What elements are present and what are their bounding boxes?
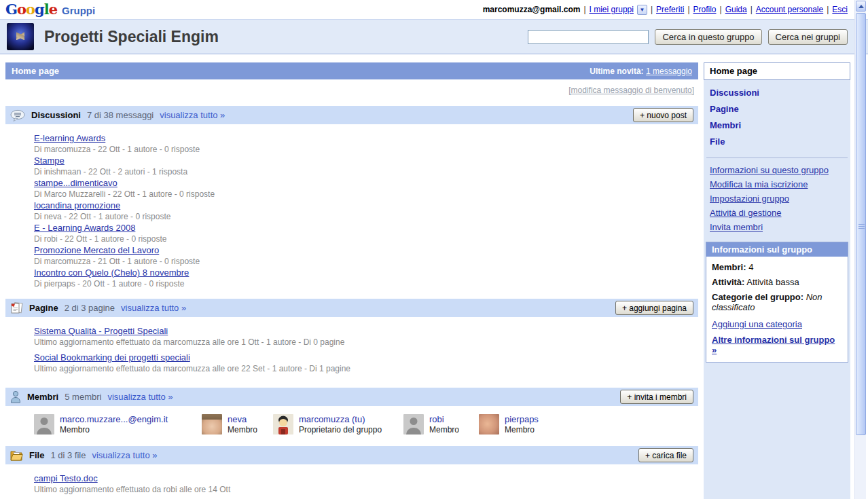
pages-count: 2 di 3 pagine	[65, 303, 115, 313]
discussion-link[interactable]: locandina promozione	[34, 200, 120, 210]
group-info-box-body: Membri: 4 Attività: Attività bassa Categ…	[706, 257, 848, 362]
add-category-link[interactable]: Aggiungi una categoria	[712, 319, 802, 329]
discussions-count: 7 di 38 messaggi	[87, 110, 153, 120]
content-area: Home page Ultime novità: 1 messaggio [mo…	[0, 62, 868, 499]
favorites-link[interactable]: Preferiti	[656, 5, 684, 14]
google-groups-logo[interactable]: Google Gruppi	[5, 2, 95, 17]
member-name-link[interactable]: pierpaps	[505, 414, 539, 425]
member-name-link[interactable]: neva	[228, 414, 257, 425]
page-meta: Ultimo aggiornamento effettuato da marco…	[34, 337, 698, 348]
profile-link[interactable]: Profilo	[693, 5, 717, 14]
more-group-info-link[interactable]: Altre informazioni sul gruppo »	[712, 335, 842, 355]
google-logo: Google	[5, 2, 57, 17]
member-card: marcomuzza (tu)Proprietario del gruppo	[273, 414, 403, 435]
member-card: robiMembro	[403, 414, 479, 435]
pages-list: Sistema Qualità - Progetti SpecialiUltim…	[5, 317, 698, 388]
sidebar-item-discussions[interactable]: Discussioni	[710, 85, 850, 101]
discussions-list: E-learning AwardsDi marcomuzza - 22 Ott …	[5, 124, 698, 299]
separator: |	[827, 5, 829, 14]
sidebar-item-home[interactable]: Home page	[704, 62, 850, 80]
user-email: marcomuzza@gmail.com	[483, 5, 581, 14]
discussion-link[interactable]: Incontro con Quelo (Chelo) 8 novembre	[34, 267, 189, 278]
file-link[interactable]: campi Testo.doc	[34, 473, 98, 483]
pages-section-bar: Pagine 2 di 3 pagine visualizza tutto » …	[5, 299, 698, 317]
news-message-link[interactable]: 1 messaggio	[646, 67, 692, 76]
discussions-section-bar: Discussioni 7 di 38 messaggi visualizza …	[5, 106, 698, 124]
pages-view-all-link[interactable]: visualizza tutto »	[121, 303, 186, 313]
list-item: campi Testo.docUltimo aggiornamento effe…	[34, 473, 698, 495]
info-category-label: Categorie del gruppo:	[712, 292, 803, 302]
members-title: Membri	[27, 392, 58, 402]
member-name-link[interactable]: marcomuzza (tu)	[299, 414, 382, 425]
group-info-link[interactable]: Informazioni su questo gruppo	[710, 163, 850, 177]
new-post-button[interactable]: + nuovo post	[633, 108, 693, 122]
group-info-box: Informazioni sul gruppo Membri: 4 Attivi…	[706, 242, 848, 363]
page-link[interactable]: Sistema Qualità - Progetti Speciali	[34, 326, 168, 336]
separator: |	[687, 5, 689, 14]
help-link[interactable]: Guida	[725, 5, 747, 14]
discussion-meta: Di pierpaps - 20 Ott - 1 autore - 0 risp…	[34, 278, 698, 289]
scrollbar-grip-icon	[858, 224, 865, 229]
sidebar-item-files[interactable]: File	[710, 134, 850, 150]
page-meta: Ultimo aggiornamento effettuato da marco…	[34, 363, 698, 374]
group-header: Progetti Speciali Engim Cerca in questo …	[0, 19, 868, 54]
members-section-bar: Membri 5 membri visualizza tutto » + inv…	[5, 388, 698, 406]
edit-membership-link[interactable]: Modifica la mia iscrizione	[710, 177, 850, 191]
invite-members-button[interactable]: + invita i membri	[620, 390, 693, 404]
scrollbar-thumb[interactable]	[856, 13, 866, 435]
discussion-meta: Di inishmaan - 22 Ott - 2 autori - 1 ris…	[34, 166, 698, 177]
search-area: Cerca in questo gruppo Cerca nei gruppi	[528, 29, 848, 45]
management-activity-link[interactable]: Attività di gestione	[710, 206, 850, 220]
signout-link[interactable]: Esci	[832, 5, 848, 14]
welcome-edit-row: [modifica messaggio di benvenuto]	[5, 79, 698, 106]
info-activity-row: Attività: Attività bassa	[712, 277, 842, 287]
group-avatar	[7, 23, 34, 50]
discussion-link[interactable]: stampe...dimenticavo	[34, 178, 117, 188]
discussion-link[interactable]: Stampe	[34, 155, 65, 166]
files-list: campi Testo.docUltimo aggiornamento effe…	[5, 464, 698, 499]
member-card: marco.muzzare...@engim.itMembro	[34, 414, 202, 435]
add-page-button[interactable]: + aggiungi pagina	[615, 301, 693, 315]
info-members-label: Membri:	[712, 262, 746, 272]
separator: |	[720, 5, 722, 14]
account-nav: marcomuzza@gmail.com | I miei gruppi ▼ |…	[483, 5, 848, 15]
info-activity-label: Attività:	[712, 277, 744, 287]
sidebar-nav: Discussioni Pagine Membri File	[704, 80, 850, 151]
members-view-all-link[interactable]: visualizza tutto »	[107, 392, 173, 402]
discussions-view-all-link[interactable]: visualizza tutto »	[160, 110, 225, 120]
member-name-link[interactable]: marco.muzzare...@engim.it	[60, 414, 168, 425]
vertical-scrollbar[interactable]	[854, 0, 866, 499]
upload-file-button[interactable]: + carica file	[638, 448, 693, 462]
discussion-meta: Di Marco Muzzarelli - 22 Ott - 1 autore …	[34, 189, 698, 200]
scroll-up-button[interactable]	[856, 1, 866, 12]
discussion-link[interactable]: Promozione Mercato del Lavoro	[34, 245, 159, 255]
search-in-group-button[interactable]: Cerca in questo gruppo	[655, 29, 761, 45]
invite-members-link[interactable]: Invita membri	[710, 220, 850, 234]
discussion-link[interactable]: E-learning Awards	[34, 133, 105, 143]
my-groups-link[interactable]: I miei gruppi	[590, 5, 634, 14]
news-label: Ultime novità:	[590, 67, 643, 76]
discussion-link[interactable]: E - Learning Awards 2008	[34, 223, 135, 233]
discussion-meta: Di marcomuzza - 22 Ott - 1 autore - 0 ri…	[34, 144, 698, 155]
list-item: locandina promozioneDi neva - 22 Ott - 1…	[34, 200, 698, 222]
sidebar-item-pages[interactable]: Pagine	[710, 101, 850, 117]
info-members-value: 4	[748, 262, 753, 272]
search-all-groups-button[interactable]: Cerca nei gruppi	[768, 29, 848, 45]
page-link[interactable]: Social Bookmarking dei progetti speciali	[34, 352, 190, 363]
info-activity-value: Attività bassa	[746, 277, 799, 287]
edit-welcome-link[interactable]: [modifica messaggio di benvenuto]	[568, 86, 694, 95]
member-name-link[interactable]: robi	[429, 414, 459, 425]
sidebar-item-members[interactable]: Membri	[710, 117, 850, 134]
group-settings-link[interactable]: Impostazioni gruppo	[710, 191, 850, 206]
member-avatar	[273, 414, 293, 435]
members-count: 5 membri	[65, 392, 101, 402]
divider	[706, 158, 848, 158]
latest-news: Ultime novità: 1 messaggio	[590, 67, 692, 76]
member-role: Proprietario del gruppo	[299, 425, 382, 435]
members-list: marco.muzzare...@engim.itMembro nevaMemb…	[5, 406, 698, 446]
my-groups-dropdown-icon[interactable]: ▼	[637, 5, 647, 15]
account-link[interactable]: Account personale	[756, 5, 823, 14]
files-view-all-link[interactable]: visualizza tutto »	[92, 450, 157, 460]
member-avatar	[479, 414, 499, 435]
search-input[interactable]	[528, 30, 649, 44]
